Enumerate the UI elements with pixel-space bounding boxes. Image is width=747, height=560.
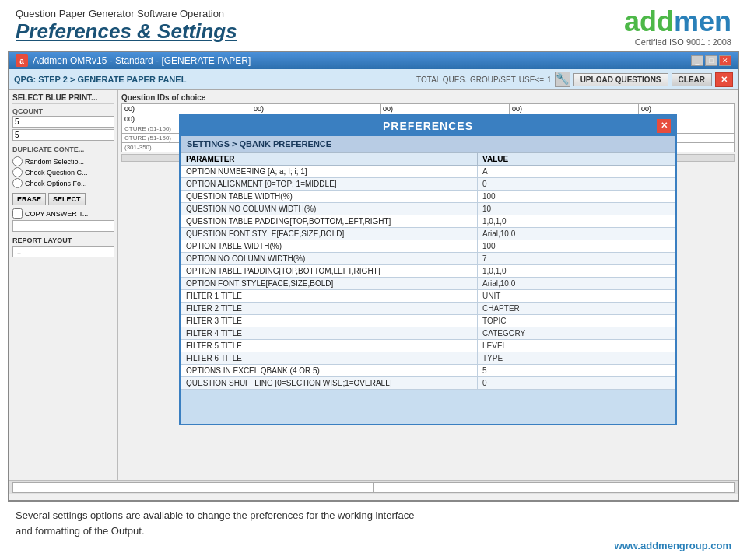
param-col-header: PARAMETER [181, 152, 478, 165]
footer-line1: Several settings options are available t… [16, 509, 414, 521]
table-row: OPTIONS IN EXCEL QBANK (4 OR 5)5 [181, 364, 675, 376]
report-layout-label: REPORT LAYOUT [12, 236, 114, 244]
page-subtitle: Question Paper Generator Software Operat… [16, 8, 237, 19]
main-window: a Addmen OMRv15 - Standard - [GENERATE P… [8, 51, 739, 502]
table-row: FILTER 2 TITLECHAPTER [181, 302, 675, 314]
table-row: OPTION FONT STYLE[FACE,SIZE,BOLD]Arial,1… [181, 277, 675, 289]
duplicate-label: DUPLICATE CONTE... [12, 145, 114, 153]
toolbar-close-button[interactable]: ✕ [715, 72, 733, 87]
copy-answer-row[interactable]: COPY ANSWER T... [12, 208, 114, 219]
modal-overlay: PREFERENCES ✕ SETTINGS > QBANK PREFERENC… [118, 90, 738, 480]
status-input-2[interactable] [374, 482, 735, 493]
qcount-input-1[interactable] [12, 116, 114, 128]
main-content: SELECT BLUE PRINT... QCOUNT DUPLICATE CO… [9, 90, 738, 480]
modal-title: PREFERENCES [181, 116, 675, 136]
table-row: FILTER 6 TITLETYPE [181, 352, 675, 364]
radio-check-o[interactable]: Check Options Fo... [12, 178, 114, 188]
select-button[interactable]: SELECT [48, 193, 86, 205]
footer: Several settings options are available t… [0, 502, 747, 555]
maximize-button[interactable]: □ [705, 55, 717, 66]
window-titlebar: a Addmen OMRv15 - Standard - [GENERATE P… [9, 52, 738, 69]
footer-text: Several settings options are available t… [16, 508, 731, 538]
right-panel-header: Question IDs of choice [121, 93, 735, 102]
table-row: QUESTION NO COLUMN WIDTH(%)10 [181, 202, 675, 215]
erase-button[interactable]: ERASE [12, 193, 46, 205]
table-row: FILTER 1 TITLEUNIT [181, 289, 675, 302]
window-title: Addmen OMRv15 - Standard - [GENERATE PAP… [33, 55, 251, 66]
modal-sub-header: SETTINGS > QBANK PREFERENCE [181, 136, 675, 152]
status-bar [9, 480, 738, 494]
status-input-1[interactable] [12, 482, 374, 493]
use-lte-label: USE<= [519, 75, 544, 84]
table-row: OPTION TABLE PADDING[TOP,BOTTOM,LEFT,RIG… [181, 264, 675, 277]
header-left: Question Paper Generator Software Operat… [16, 8, 237, 44]
radio-check-q[interactable]: Check Question C... [12, 167, 114, 177]
copy-answer-input[interactable] [12, 220, 114, 232]
table-row: OPTION NUMBERING [A; a; I; i; 1]A [181, 165, 675, 177]
minimize-button[interactable]: _ [691, 55, 703, 66]
table-row: QUESTION TABLE WIDTH(%)100 [181, 190, 675, 202]
modal-close-button[interactable]: ✕ [657, 119, 671, 133]
table-row: OPTION ALIGNMENT [0=TOP; 1=MIDDLE]0 [181, 177, 675, 190]
group-set-label: GROUP/SET [470, 75, 516, 84]
addmen-logo: addmen [624, 8, 731, 36]
page-header: Question Paper Generator Software Operat… [0, 0, 747, 51]
window-app-icon: a [16, 54, 28, 67]
certified-text: Certified ISO 9001 : 2008 [635, 37, 731, 47]
table-row: 00)00)00)00)00) [122, 104, 735, 114]
toolbar: QPG: STEP 2 > GENERATE PAPER PANEL TOTAL… [9, 69, 738, 90]
preferences-table: PARAMETER VALUE OPTION NUMBERING [A; a; … [181, 152, 675, 390]
table-row: QUESTION FONT STYLE[FACE,SIZE,BOLD]Arial… [181, 227, 675, 240]
right-panel: Question IDs of choice 00)00)00)00)00) 0… [118, 90, 738, 480]
table-row: OPTION TABLE WIDTH(%)100 [181, 240, 675, 252]
table-row: QUESTION SHUFFLING [0=SECTION WISE;1=OVE… [181, 376, 675, 389]
value-col-header: VALUE [478, 152, 675, 165]
page-title: Preferences & Settings [16, 19, 237, 44]
qcount-input-2[interactable] [12, 129, 114, 141]
radio-group: Random Selectio... Check Question C... C… [12, 156, 114, 188]
action-buttons: ERASE SELECT [12, 193, 114, 205]
table-row: FILTER 3 TITLETOPIC [181, 314, 675, 327]
total-ques-label: TOTAL QUES. [416, 75, 467, 84]
table-row: OPTION NO COLUMN WIDTH(%)7 [181, 252, 675, 264]
qcount-label: QCOUNT [12, 107, 114, 115]
breadcrumb: QPG: STEP 2 > GENERATE PAPER PANEL [14, 75, 412, 84]
report-layout-input[interactable] [12, 246, 114, 257]
table-row: FILTER 4 TITLECATEGORY [181, 327, 675, 339]
window-close-button[interactable]: ✕ [719, 55, 731, 66]
table-row: QUESTION TABLE PADDING[TOP,BOTTOM,LEFT,R… [181, 215, 675, 227]
table-row: FILTER 5 TITLELEVEL [181, 339, 675, 352]
header-right: addmen Certified ISO 9001 : 2008 [624, 8, 731, 47]
window-controls: _ □ ✕ [691, 55, 731, 66]
radio-random[interactable]: Random Selectio... [12, 156, 114, 166]
preferences-modal: PREFERENCES ✕ SETTINGS > QBANK PREFERENC… [179, 114, 677, 425]
upload-questions-button[interactable]: UPLOAD QUESTIONS [573, 73, 668, 86]
wrench-icon: 🔧 [555, 72, 570, 87]
footer-line2: and formatting of the Output. [16, 525, 145, 537]
left-panel: SELECT BLUE PRINT... QCOUNT DUPLICATE CO… [9, 90, 118, 480]
use-value: 1 [547, 75, 552, 84]
left-panel-header: SELECT BLUE PRINT... [12, 93, 114, 104]
clear-button[interactable]: CLEAR [672, 73, 712, 86]
footer-url: www.addmengroup.com [16, 540, 731, 551]
